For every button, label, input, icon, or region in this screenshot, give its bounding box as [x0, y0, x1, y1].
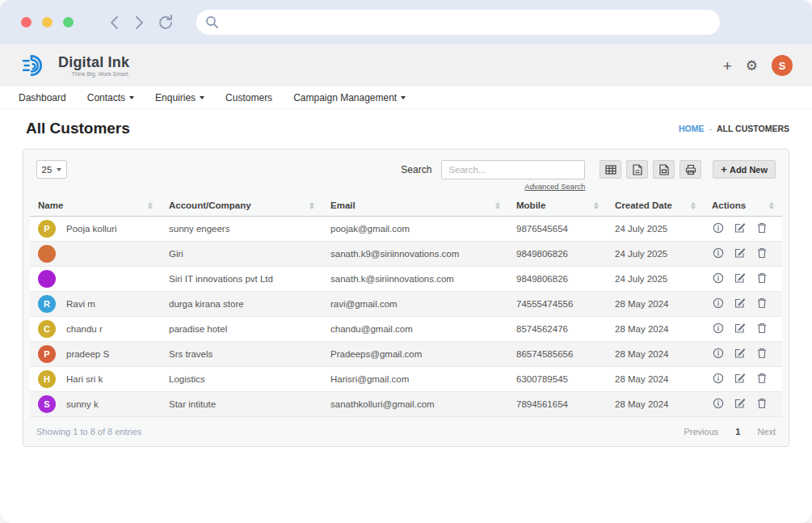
- pagination-previous[interactable]: Previous: [684, 427, 718, 437]
- customer-name: chandu r: [66, 324, 103, 334]
- table-row: Siri IT innovations pvt Ltd sanath.k@sir…: [30, 267, 782, 292]
- customer-email: Harisri@gmail.com: [322, 367, 508, 392]
- excel-file-icon: [633, 164, 642, 175]
- avatar: [38, 270, 56, 288]
- close-window-button[interactable]: [21, 17, 32, 27]
- customer-created-date: 24 July 2025: [607, 242, 704, 267]
- edit-icon[interactable]: [734, 348, 746, 359]
- nav-item-enquiries[interactable]: Enquiries: [155, 92, 204, 103]
- maximize-window-button[interactable]: [63, 17, 74, 27]
- column-visibility-button[interactable]: [600, 160, 621, 179]
- header-actions: + ⚙ S: [723, 55, 793, 76]
- delete-icon[interactable]: [755, 348, 768, 359]
- customer-company: Giri: [161, 242, 322, 267]
- edit-icon[interactable]: [734, 398, 746, 409]
- delete-icon[interactable]: [755, 398, 768, 409]
- chevron-down-icon: [57, 168, 61, 171]
- customer-mobile: 9849806826: [508, 242, 607, 267]
- user-avatar[interactable]: S: [772, 55, 793, 76]
- minimize-window-button[interactable]: [42, 17, 53, 27]
- customer-name: Ravi m: [66, 299, 95, 309]
- reload-button[interactable]: [157, 14, 175, 32]
- delete-icon[interactable]: [755, 247, 768, 259]
- customer-created-date: 28 May 2024: [607, 342, 704, 367]
- chevron-down-icon: [200, 96, 204, 99]
- search-input[interactable]: [441, 160, 585, 179]
- main-nav: Dashboard Contacts Enquiries Customers C…: [0, 86, 812, 109]
- print-button[interactable]: [679, 160, 701, 179]
- breadcrumb-current: ALL CUSTOMERS: [717, 124, 789, 133]
- pagination-page-1[interactable]: 1: [735, 427, 740, 437]
- avatar: H: [38, 370, 56, 388]
- nav-item-contacts[interactable]: Contacts: [87, 92, 134, 103]
- avatar: P: [38, 345, 56, 363]
- title-row: All Customers HOME - ALL CUSTOMERS: [0, 109, 812, 146]
- info-icon[interactable]: [712, 222, 724, 234]
- customer-email: poojak@gmail.com: [322, 217, 508, 242]
- column-header-created-date[interactable]: Created Date: [607, 196, 704, 217]
- customer-email: sanath.k9@siriinnovations.com: [322, 242, 508, 267]
- edit-icon[interactable]: [734, 222, 746, 234]
- column-header-actions[interactable]: Actions: [704, 196, 782, 217]
- sort-icon: [495, 202, 500, 209]
- nav-item-customers[interactable]: Customers: [225, 92, 272, 103]
- delete-icon[interactable]: [755, 297, 768, 309]
- address-bar[interactable]: [196, 10, 720, 35]
- url-input[interactable]: [224, 16, 711, 28]
- back-button[interactable]: [108, 15, 121, 31]
- entries-summary: Showing 1 to 8 of 8 entries: [36, 427, 141, 437]
- edit-icon[interactable]: [734, 272, 746, 284]
- export-pdf-button[interactable]: [653, 160, 675, 179]
- info-icon[interactable]: [712, 348, 724, 359]
- forward-button[interactable]: [133, 15, 145, 31]
- customer-created-date: 28 May 2024: [607, 317, 704, 342]
- edit-icon[interactable]: [734, 247, 746, 259]
- digital-ink-logo-icon: [19, 51, 52, 80]
- delete-icon[interactable]: [755, 323, 768, 334]
- delete-icon[interactable]: [755, 222, 768, 234]
- plus-icon: +: [721, 163, 727, 175]
- avatar: C: [38, 320, 56, 338]
- avatar: R: [38, 295, 56, 313]
- table-toolbar: 25 Search Advanced Search: [30, 160, 782, 189]
- customer-name: Pooja kolluri: [66, 224, 117, 234]
- add-icon[interactable]: +: [723, 58, 732, 74]
- info-icon[interactable]: [712, 323, 724, 334]
- info-icon[interactable]: [712, 297, 724, 309]
- edit-icon[interactable]: [734, 297, 746, 309]
- advanced-search-link[interactable]: Advanced Search: [524, 182, 585, 191]
- info-icon[interactable]: [712, 398, 724, 409]
- settings-gear-icon[interactable]: ⚙: [746, 59, 758, 73]
- pagination-next[interactable]: Next: [757, 427, 776, 437]
- breadcrumb-home-link[interactable]: HOME: [679, 124, 705, 133]
- sort-icon: [769, 202, 774, 209]
- column-header-name[interactable]: Name: [30, 196, 161, 217]
- column-header-email[interactable]: Email: [322, 196, 508, 217]
- delete-icon[interactable]: [755, 373, 768, 384]
- breadcrumb-separator: -: [709, 124, 712, 133]
- customer-name: pradeep S: [66, 349, 109, 359]
- sort-icon: [309, 202, 314, 209]
- nav-item-campaign-management[interactable]: Campaign Management: [293, 92, 406, 103]
- customer-mobile: 9876545654: [508, 217, 607, 242]
- info-icon[interactable]: [712, 247, 724, 259]
- nav-item-dashboard[interactable]: Dashboard: [19, 92, 66, 103]
- customer-company: Logistics: [161, 367, 322, 392]
- table-footer: Showing 1 to 8 of 8 entries Previous 1 N…: [30, 417, 782, 440]
- edit-icon[interactable]: [734, 373, 746, 384]
- customer-company: sunny engeers: [161, 217, 322, 242]
- avatar: [38, 245, 56, 263]
- brand-logo[interactable]: Digital Ink Think Big. Work Smart.: [19, 51, 129, 80]
- info-icon[interactable]: [712, 272, 724, 284]
- customer-mobile: 7894561654: [508, 392, 607, 417]
- avatar: P: [38, 220, 56, 238]
- add-new-button[interactable]: + Add New: [713, 160, 776, 179]
- export-excel-button[interactable]: [626, 160, 648, 179]
- page-size-select[interactable]: 25: [36, 160, 67, 179]
- info-icon[interactable]: [712, 373, 724, 384]
- table-row: PPooja kolluri sunny engeers poojak@gmai…: [30, 217, 782, 242]
- delete-icon[interactable]: [755, 272, 768, 284]
- edit-icon[interactable]: [734, 323, 746, 334]
- column-header-mobile[interactable]: Mobile: [508, 196, 607, 217]
- column-header-account-company[interactable]: Account/Company: [161, 196, 322, 217]
